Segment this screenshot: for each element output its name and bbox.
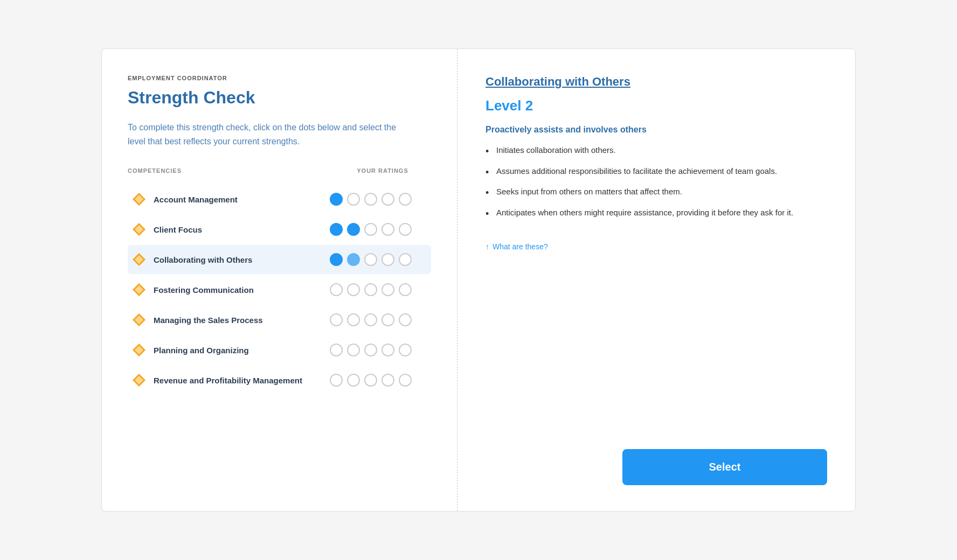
rating-dot[interactable] bbox=[399, 374, 412, 387]
rating-dot[interactable] bbox=[347, 313, 360, 326]
competency-name: Client Focus bbox=[154, 225, 330, 234]
diamond-icon bbox=[132, 222, 146, 236]
detail-bullets-list: Initiates collaboration with others.Assu… bbox=[486, 144, 827, 227]
diamond-icon bbox=[132, 313, 146, 327]
rating-dot[interactable] bbox=[382, 253, 394, 266]
rating-dot[interactable] bbox=[399, 223, 412, 236]
main-card: EMPLOYMENT COORDINATOR Strength Check To… bbox=[101, 48, 856, 512]
competency-name: Collaborating with Others bbox=[154, 255, 330, 264]
rating-dot[interactable] bbox=[399, 253, 412, 266]
rating-dot[interactable] bbox=[347, 344, 360, 356]
what-are-these-link[interactable]: ↑ What are these? bbox=[486, 242, 827, 251]
diamond-icon bbox=[132, 192, 146, 206]
detail-level-label: Level 2 bbox=[486, 97, 827, 114]
competency-name: Fostering Communication bbox=[154, 285, 330, 295]
competency-list: Account Management Client Focus Collabor… bbox=[128, 185, 431, 395]
role-label: EMPLOYMENT COORDINATOR bbox=[128, 75, 431, 81]
rating-dot[interactable] bbox=[364, 313, 377, 326]
right-panel: Collaborating with Others Level 2 Proact… bbox=[457, 49, 855, 511]
rating-dot[interactable] bbox=[347, 253, 360, 266]
rating-dots bbox=[330, 374, 427, 387]
rating-dot[interactable] bbox=[364, 374, 377, 387]
rating-dots bbox=[330, 313, 427, 326]
rating-dot[interactable] bbox=[330, 313, 343, 326]
competency-row[interactable]: Managing the Sales Process bbox=[128, 305, 431, 334]
rating-dot[interactable] bbox=[347, 193, 360, 206]
col-ratings-label: YOUR RATINGS bbox=[334, 167, 431, 174]
rating-dot[interactable] bbox=[364, 193, 377, 206]
select-button[interactable]: Select bbox=[622, 449, 827, 485]
diamond-icon bbox=[132, 343, 146, 357]
rating-dot[interactable] bbox=[382, 193, 394, 206]
diamond-icon bbox=[132, 283, 146, 297]
rating-dot[interactable] bbox=[330, 374, 343, 387]
rating-dot[interactable] bbox=[347, 223, 360, 236]
detail-level-description-title: Proactively assists and involves others bbox=[486, 125, 827, 135]
arrow-icon: ↑ bbox=[486, 242, 489, 251]
competency-name: Managing the Sales Process bbox=[154, 316, 330, 325]
rating-dot[interactable] bbox=[399, 344, 412, 356]
rating-dot[interactable] bbox=[399, 313, 412, 326]
rating-dot[interactable] bbox=[347, 283, 360, 296]
competency-name: Planning and Organizing bbox=[154, 346, 330, 355]
left-panel: EMPLOYMENT COORDINATOR Strength Check To… bbox=[102, 49, 457, 511]
competency-name: Revenue and Profitability Management bbox=[154, 376, 330, 385]
rating-dot[interactable] bbox=[382, 283, 394, 296]
competency-row[interactable]: Client Focus bbox=[128, 215, 431, 244]
rating-dot[interactable] bbox=[399, 283, 412, 296]
rating-dots bbox=[330, 344, 427, 356]
rating-dot[interactable] bbox=[382, 374, 394, 387]
col-competencies-label: COMPETENCIES bbox=[128, 167, 334, 174]
rating-dots bbox=[330, 283, 427, 296]
competency-row[interactable]: Collaborating with Others bbox=[128, 245, 431, 274]
bullet-item: Assumes additional responsibilities to f… bbox=[486, 165, 827, 178]
competency-row[interactable]: Fostering Communication bbox=[128, 275, 431, 304]
rating-dots bbox=[330, 193, 427, 206]
rating-dot[interactable] bbox=[330, 223, 343, 236]
right-content: Collaborating with Others Level 2 Proact… bbox=[486, 75, 827, 428]
competency-name: Account Management bbox=[154, 195, 330, 204]
rating-dots bbox=[330, 223, 427, 236]
rating-dot[interactable] bbox=[399, 193, 412, 206]
rating-dot[interactable] bbox=[382, 313, 394, 326]
bullet-item: Anticipates when others might require as… bbox=[486, 207, 827, 219]
page-title: Strength Check bbox=[128, 88, 431, 108]
rating-dot[interactable] bbox=[330, 283, 343, 296]
what-are-these-label: What are these? bbox=[493, 242, 548, 251]
competencies-header: COMPETENCIES YOUR RATINGS bbox=[128, 167, 431, 174]
rating-dot[interactable] bbox=[330, 344, 343, 356]
diamond-icon bbox=[132, 373, 146, 387]
rating-dot[interactable] bbox=[364, 344, 377, 356]
competency-row[interactable]: Planning and Organizing bbox=[128, 335, 431, 365]
diamond-icon bbox=[132, 253, 146, 267]
rating-dot[interactable] bbox=[364, 283, 377, 296]
rating-dots bbox=[330, 253, 427, 266]
rating-dot[interactable] bbox=[382, 223, 394, 236]
rating-dot[interactable] bbox=[347, 374, 360, 387]
competency-row[interactable]: Revenue and Profitability Management bbox=[128, 366, 431, 395]
rating-dot[interactable] bbox=[330, 253, 343, 266]
bullet-item: Seeks input from others on matters that … bbox=[486, 186, 827, 198]
detail-competency-title[interactable]: Collaborating with Others bbox=[486, 75, 827, 89]
competency-row[interactable]: Account Management bbox=[128, 185, 431, 214]
rating-dot[interactable] bbox=[364, 253, 377, 266]
bullet-item: Initiates collaboration with others. bbox=[486, 144, 827, 157]
rating-dot[interactable] bbox=[330, 193, 343, 206]
rating-dot[interactable] bbox=[382, 344, 394, 356]
intro-text: To complete this strength check, click o… bbox=[128, 121, 408, 148]
rating-dot[interactable] bbox=[364, 223, 377, 236]
